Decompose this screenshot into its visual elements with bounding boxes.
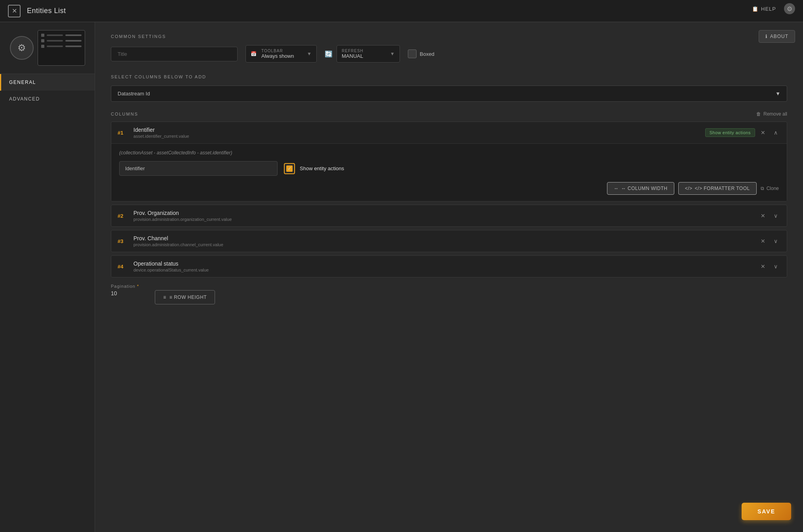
show-entity-badge: Show entity actions [705, 128, 755, 137]
required-mark: * [137, 284, 139, 289]
datastream-arrow-icon: ▼ [775, 91, 780, 97]
preview-widget [38, 30, 85, 66]
toolbar-select[interactable]: 📅 Toolbar Always shown ▼ [245, 45, 317, 63]
preview-dot [41, 34, 44, 37]
about-button[interactable]: ℹ ABOUT [759, 30, 795, 43]
toolbar-select-content: Toolbar Always shown [261, 49, 294, 59]
column-info-4: Operational status device.operationalSta… [133, 260, 758, 272]
column-width-icon: ↔ [614, 186, 619, 191]
preview-line-5 [47, 46, 63, 47]
column-actions-3: ✕ ∨ [758, 236, 780, 246]
gear-button[interactable]: ⚙ [784, 3, 795, 14]
sidebar-preview: ⚙ [0, 22, 95, 74]
datastream-dropdown[interactable]: Datastream Id ▼ [111, 86, 787, 102]
calendar-icon: 📅 [251, 51, 257, 57]
pagination-section: Pagination * 10 ≡ ≡ ROW HEIGHT [111, 284, 787, 304]
refresh-icon: 🔄 [325, 50, 333, 58]
column-item-1: #1 Identifier asset.identifier_current.v… [111, 122, 787, 201]
boxed-group: Boxed [408, 49, 434, 58]
column-item-2: #2 Prov. Organization provision.administ… [111, 205, 787, 227]
column-number-4: #4 [118, 264, 129, 270]
columns-title: COLUMNS [111, 112, 138, 116]
preview-row-2 [41, 39, 82, 42]
column-width-button[interactable]: ↔ ↔ COLUMN WIDTH [607, 182, 674, 195]
columns-section: COLUMNS 🗑 Remove all #1 Identifier asset… [111, 111, 787, 277]
preview-dot-3 [41, 45, 44, 48]
remove-all-button[interactable]: 🗑 Remove all [756, 111, 787, 117]
column-actions-4: ✕ ∨ [758, 262, 780, 271]
preview-line-3 [47, 40, 63, 42]
column-path-3: provision.administration.channel_current… [133, 242, 758, 247]
tool-buttons-row: ↔ ↔ COLUMN WIDTH </> </> FORMATTER TOOL … [119, 182, 779, 195]
preview-line-2 [65, 34, 82, 36]
column-expand-3[interactable]: ∨ [771, 236, 780, 246]
preview-row-1 [41, 34, 82, 37]
column-actions-1: Show entity actions ✕ ∧ [705, 128, 780, 137]
column-path-1: asset.identifier_current.value [133, 134, 705, 139]
boxed-label: Boxed [420, 51, 434, 57]
row-height-button[interactable]: ≡ ≡ ROW HEIGHT [155, 290, 215, 304]
checkbox-check-icon: ✓ [286, 165, 293, 172]
column-remove-2[interactable]: ✕ [758, 211, 768, 220]
select-columns-section: SELECT COLUMNS BELOW TO ADD Datastream I… [111, 74, 787, 102]
save-button[interactable]: SAVE [742, 503, 791, 520]
column-item-3: #3 Prov. Channel provision.administratio… [111, 230, 787, 252]
column-number-3: #3 [118, 238, 129, 244]
column-name-4: Operational status [133, 260, 758, 267]
column-actions-2: ✕ ∨ [758, 211, 780, 220]
help-label: HELP [761, 6, 776, 12]
column-label-input[interactable] [119, 161, 278, 176]
column-header-2[interactable]: #2 Prov. Organization provision.administ… [111, 205, 787, 226]
column-header-3[interactable]: #3 Prov. Channel provision.administratio… [111, 230, 787, 252]
gear-icon: ⚙ [787, 5, 792, 13]
expanded-path-1: (collectionAsset - assetCollectedInfo - … [119, 150, 779, 156]
header-right: 📋 HELP ⚙ [752, 3, 795, 14]
toolbar-arrow-icon: ▼ [307, 51, 312, 57]
column-header-4[interactable]: #4 Operational status device.operational… [111, 256, 787, 277]
help-button[interactable]: 📋 HELP [752, 6, 776, 12]
show-entity-label: Show entity actions [300, 165, 344, 171]
column-path-2: provision.administration.organization_cu… [133, 217, 758, 222]
common-settings: 📅 Toolbar Always shown ▼ 🔄 Refresh MANUA… [111, 45, 787, 63]
about-btn-wrapper: ℹ ABOUT [759, 30, 795, 43]
title-input[interactable] [111, 47, 238, 61]
column-info-1: Identifier asset.identifier_current.valu… [133, 127, 705, 139]
column-header-1[interactable]: #1 Identifier asset.identifier_current.v… [111, 122, 787, 143]
pagination-value: 10 [111, 290, 139, 296]
select-columns-title: SELECT COLUMNS BELOW TO ADD [111, 74, 787, 79]
sidebar-item-advanced[interactable]: ADVANCED [0, 91, 95, 107]
close-button[interactable]: ✕ [8, 5, 21, 17]
refresh-select[interactable]: Refresh MANUAL ▼ [337, 45, 400, 63]
column-name-3: Prov. Channel [133, 235, 758, 241]
sidebar-item-general[interactable]: GENERAL [0, 74, 95, 91]
clone-icon: ⧉ [761, 186, 764, 191]
preview-row-3 [41, 45, 82, 48]
preview-line [47, 34, 63, 36]
column-path-4: device.operationalStatus_current.value [133, 268, 758, 272]
column-expand-2[interactable]: ∨ [771, 211, 780, 220]
close-icon: ✕ [12, 7, 17, 15]
column-remove-3[interactable]: ✕ [758, 236, 768, 246]
boxed-checkbox[interactable] [408, 49, 417, 58]
show-entity-checkbox[interactable]: ✓ [284, 163, 295, 174]
clone-button[interactable]: ⧉ Clone [761, 186, 779, 191]
column-number-2: #2 [118, 213, 129, 219]
pagination-field: Pagination * 10 [111, 284, 139, 296]
show-entity-toggle: ✓ Show entity actions [284, 163, 344, 174]
page-title: Entities List [27, 7, 66, 15]
columns-header: COLUMNS 🗑 Remove all [111, 111, 787, 117]
sidebar: ⚙ GENERAL [0, 22, 95, 532]
preview-line-4 [65, 40, 82, 42]
column-expanded-1: (collectionAsset - assetCollectedInfo - … [111, 143, 787, 201]
common-settings-title: COMMON SETTINGS [111, 34, 787, 39]
help-icon: 📋 [752, 6, 759, 12]
column-remove-1[interactable]: ✕ [758, 128, 768, 137]
pagination-label: Pagination * [111, 284, 139, 289]
column-expand-4[interactable]: ∨ [771, 262, 780, 271]
trash-icon: 🗑 [756, 111, 761, 117]
column-collapse-1[interactable]: ∧ [771, 128, 780, 137]
column-name-2: Prov. Organization [133, 210, 758, 216]
column-remove-4[interactable]: ✕ [758, 262, 768, 271]
widget-icon: ⚙ [10, 36, 34, 60]
formatter-tool-button[interactable]: </> </> FORMATTER TOOL [678, 182, 757, 195]
